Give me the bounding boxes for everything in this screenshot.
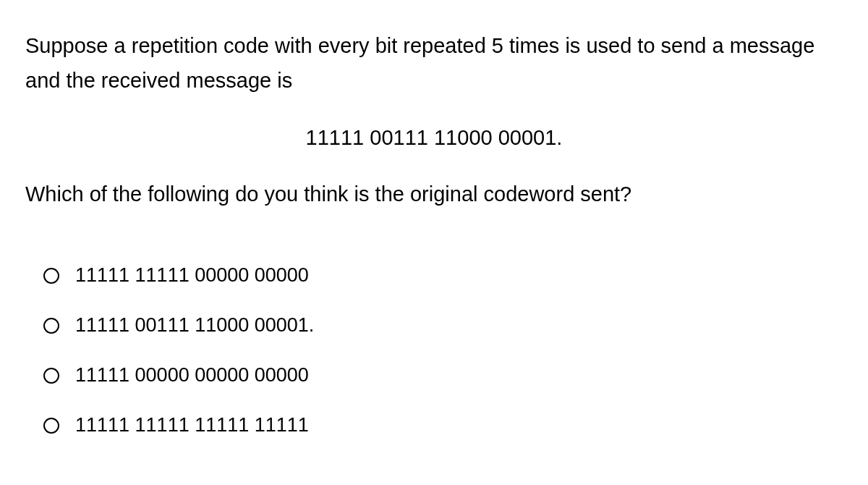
question-prompt-text: Which of the following do you think is t… (25, 179, 843, 211)
radio-icon[interactable] (43, 418, 59, 434)
radio-icon[interactable] (43, 318, 59, 334)
received-message-text: 11111 00111 11000 00001. (25, 126, 843, 150)
option-label: 11111 00000 00000 00000 (75, 364, 309, 387)
radio-icon[interactable] (43, 368, 59, 384)
question-intro-text: Suppose a repetition code with every bit… (25, 29, 843, 98)
option-label: 11111 11111 11111 11111 (75, 414, 309, 436)
option-row[interactable]: 11111 11111 00000 00000 (43, 264, 843, 287)
options-group: 11111 11111 00000 00000 11111 00111 1100… (25, 264, 843, 436)
option-row[interactable]: 11111 00000 00000 00000 (43, 364, 843, 387)
option-label: 11111 11111 00000 00000 (75, 264, 309, 287)
radio-icon[interactable] (43, 268, 59, 284)
option-row[interactable]: 11111 00111 11000 00001. (43, 314, 843, 337)
option-row[interactable]: 11111 11111 11111 11111 (43, 414, 843, 436)
option-label: 11111 00111 11000 00001. (75, 314, 314, 337)
